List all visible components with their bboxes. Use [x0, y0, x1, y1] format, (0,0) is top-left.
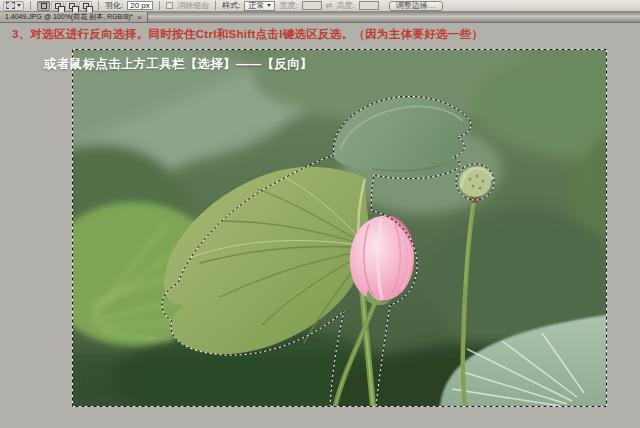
feather-label: 羽化: — [105, 0, 123, 11]
marquee-tool-icon — [6, 2, 15, 9]
add-to-selection-button[interactable] — [51, 1, 64, 11]
canvas-area: 3、对选区进行反向选择。同时按住Ctrl和Shift点击I键选区反选。（因为主体… — [0, 23, 640, 428]
feather-input[interactable] — [127, 1, 153, 10]
new-selection-button[interactable] — [37, 1, 50, 11]
swap-dimensions-icon[interactable]: ⇄ — [326, 1, 333, 10]
subtract-selection-icon — [69, 3, 75, 9]
add-selection-icon — [55, 3, 61, 9]
width-label: 宽度: — [279, 0, 297, 11]
selection-mode-buttons — [37, 1, 92, 11]
new-selection-icon — [41, 3, 47, 9]
tool-preset-picker[interactable] — [3, 1, 24, 11]
divider — [159, 1, 160, 10]
divider — [98, 1, 99, 10]
document-title: 1.4049.JPG @ 100%(荷花 副本, RGB/8)* — [5, 12, 133, 22]
style-dropdown[interactable]: 正常 — [244, 1, 275, 11]
document-tab-bar: 1.4049.JPG @ 100%(荷花 副本, RGB/8)* × — [0, 12, 640, 23]
subtract-from-selection-button[interactable] — [65, 1, 78, 11]
divider — [30, 1, 31, 10]
intersect-selection-button[interactable] — [79, 1, 92, 11]
photoshop-window: 羽化: 消除锯齿 样式: 正常 宽度: ⇄ 高度: 调整边缘… 1.4049.J… — [0, 0, 640, 428]
antialias-checkbox[interactable] — [166, 2, 173, 9]
instruction-text-red: 3、对选区进行反向选择。同时按住Ctrl和Shift点击I键选区反选。（因为主体… — [12, 27, 483, 42]
document-tab[interactable]: 1.4049.JPG @ 100%(荷花 副本, RGB/8)* × — [0, 12, 148, 22]
style-value: 正常 — [248, 0, 264, 11]
instruction-text-white: 或者鼠标点击上方工具栏【选择】——【反向】 — [44, 56, 313, 73]
divider — [215, 1, 216, 10]
intersect-selection-icon — [83, 3, 89, 9]
height-input[interactable] — [359, 1, 379, 10]
style-label: 样式: — [222, 0, 240, 11]
width-input[interactable] — [302, 1, 322, 10]
options-bar: 羽化: 消除锯齿 样式: 正常 宽度: ⇄ 高度: 调整边缘… — [0, 0, 640, 12]
photo-document[interactable] — [72, 49, 607, 407]
close-icon[interactable]: × — [137, 14, 142, 21]
antialias-label: 消除锯齿 — [177, 0, 209, 11]
height-label: 高度: — [336, 0, 354, 11]
chevron-down-icon — [17, 4, 21, 7]
lotus-photo — [72, 49, 607, 407]
chevron-down-icon — [267, 4, 271, 7]
refine-edge-button[interactable]: 调整边缘… — [389, 1, 443, 11]
